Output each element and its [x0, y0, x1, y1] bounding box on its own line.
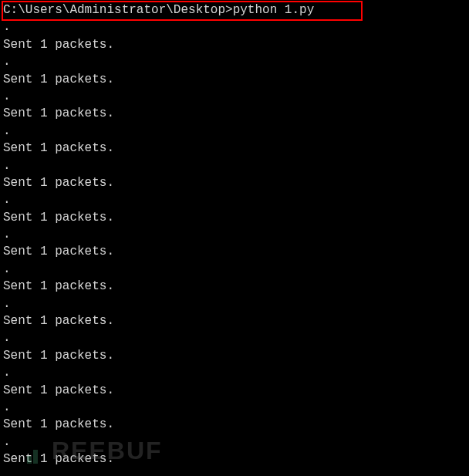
- output-line: Sent 1 packets.: [3, 174, 466, 191]
- terminal-window[interactable]: C:\Users\Administrator\Desktop>python 1.…: [0, 0, 469, 476]
- output-dot: .: [3, 434, 466, 451]
- output-dot: .: [3, 157, 466, 174]
- output-line: Sent 1 packets.: [3, 312, 466, 329]
- output-line: Sent 1 packets.: [3, 416, 466, 433]
- output-dot: .: [3, 295, 466, 312]
- command-prompt-line: C:\Users\Administrator\Desktop>python 1.…: [3, 2, 466, 19]
- output-line: Sent 1 packets.: [3, 451, 466, 468]
- output-line: Sent 1 packets.: [3, 71, 466, 88]
- command-text: python 1.py: [233, 3, 315, 17]
- output-line: Sent 1 packets.: [3, 382, 466, 399]
- output-line: Sent 1 packets.: [3, 347, 466, 364]
- output-dot: .: [3, 261, 466, 278]
- output-dot: .: [3, 123, 466, 140]
- output-line: Sent 1 packets.: [3, 243, 466, 260]
- output-line: Sent 1 packets.: [3, 209, 466, 226]
- output-dot: .: [3, 88, 466, 105]
- output-dot: .: [3, 399, 466, 416]
- output-dot: .: [3, 191, 466, 208]
- output-dot: .: [3, 19, 466, 35]
- output-line: Sent 1 packets.: [3, 36, 466, 53]
- output-dot: .: [3, 329, 466, 346]
- output-line: Sent 1 packets.: [3, 140, 466, 157]
- empty-line: [3, 468, 466, 476]
- output-dot: .: [3, 364, 466, 381]
- prompt-path: C:\Users\Administrator\Desktop>: [3, 3, 233, 17]
- output-dot: .: [3, 226, 466, 243]
- output-dot: .: [3, 53, 466, 70]
- output-line: Sent 1 packets.: [3, 278, 466, 295]
- output-line: Sent 1 packets.: [3, 105, 466, 122]
